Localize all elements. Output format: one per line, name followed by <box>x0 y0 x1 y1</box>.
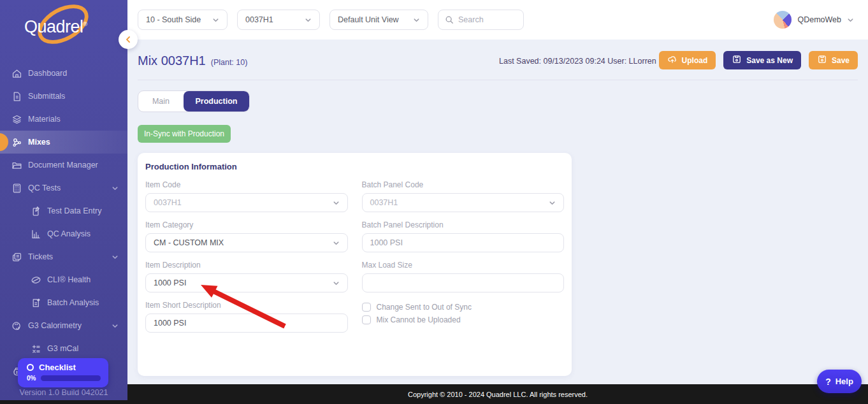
sidebar-collapse-button[interactable] <box>119 30 138 49</box>
checklist-circle-icon <box>27 364 34 371</box>
field-item-code: Item Code0037H1 <box>145 180 348 220</box>
upload-button[interactable]: Upload <box>659 51 716 69</box>
last-saved-text: Last Saved: 09/13/2023 09:24 User: LLorr… <box>499 57 656 66</box>
item-description-select[interactable]: 1000 PSI <box>145 273 348 292</box>
card-title: Production Information <box>138 153 572 171</box>
sidebar-item-dashboard[interactable]: Dashboard <box>0 62 127 85</box>
checklist-widget[interactable]: Checklist 0% <box>18 358 108 387</box>
button-label: Upload <box>682 56 708 65</box>
field-label: Item Category <box>145 220 348 229</box>
search-icon <box>445 15 454 24</box>
sidebar-item-g3-mcal[interactable]: G3 mCal <box>0 337 127 360</box>
help-label: Help <box>835 377 853 386</box>
form-grid: Item Code0037H1Batch Panel Code0037H1Ite… <box>138 180 572 341</box>
folder-icon <box>11 160 22 171</box>
chevron-left-icon <box>124 36 132 43</box>
main-content: Mix 0037H1 (Plant: 10) Last Saved: 09/13… <box>127 40 868 384</box>
page-title: Mix 0037H1 <box>138 54 206 68</box>
question-mark-icon: ? <box>825 377 831 387</box>
field-label: Batch Panel Description <box>362 220 565 229</box>
field-label: Item Short Description <box>145 301 348 310</box>
checkbox-label: Mix Cannot be Uploaded <box>377 315 461 324</box>
page-title-row: Mix 0037H1 (Plant: 10) <box>138 54 247 68</box>
user-menu[interactable]: QDemoWeb <box>774 11 854 29</box>
checkbox-row: Mix Cannot be Uploaded <box>362 314 565 326</box>
tab-production[interactable]: Production <box>184 91 249 112</box>
sidebar-item-tickets[interactable]: Tickets <box>0 245 127 268</box>
cloud-upload-icon <box>667 54 677 66</box>
user-name: QDemoWeb <box>797 15 841 24</box>
chevron-down-icon <box>112 254 119 261</box>
sidebar-item-test-data-entry[interactable]: Test Data Entry <box>0 199 127 222</box>
plant-select[interactable]: 10 - South Side <box>138 10 228 30</box>
sidebar-item-label: Document Manager <box>28 161 98 170</box>
chevron-down-icon <box>212 17 219 24</box>
chevron-down-icon <box>413 17 420 24</box>
sidebar-item-label: Mixes <box>28 138 50 147</box>
checkbox-mix-cannot-be-uploaded[interactable] <box>362 315 371 324</box>
save-button[interactable]: Save <box>809 51 858 69</box>
save-as-new-button[interactable]: Save as New <box>723 51 801 69</box>
logo-text: Quadrel® <box>24 17 87 37</box>
tab-main[interactable]: Main <box>138 91 184 112</box>
tab-group: MainProduction <box>138 90 250 112</box>
field-batch-panel-code: Batch Panel Code0037H1 <box>362 180 565 220</box>
select-value: 0037H1 <box>245 15 273 24</box>
sidebar-item-label: G3 Calorimetry <box>28 321 82 330</box>
chevron-down-icon <box>847 17 854 24</box>
header-buttons: UploadSave as NewSave <box>659 51 858 69</box>
field-batch-panel-description: Batch Panel Description <box>362 220 565 261</box>
search-input[interactable] <box>458 15 517 24</box>
sidebar-item-label: Test Data Entry <box>47 206 101 215</box>
sidebar-item-batch-analysis[interactable]: Batch Analysis <box>0 291 127 314</box>
batch-panel-description-input[interactable] <box>362 233 565 252</box>
topbar: 10 - South Side0037H1Default Unit View Q… <box>127 0 868 40</box>
sidebar-item-label: G3 mCal <box>47 344 78 353</box>
field-value: CM - CUSTOM MIX <box>154 238 224 247</box>
copyright-text: Copyright © 2010 - 2024 Quadrel LLC. All… <box>408 391 588 398</box>
math-icon <box>31 343 41 354</box>
sidebar-item-mixes[interactable]: Mixes <box>0 131 127 154</box>
tickets-icon <box>11 252 22 263</box>
sidebar-item-qc-tests[interactable]: QC Tests <box>0 177 127 199</box>
avatar <box>774 11 792 29</box>
button-label: Save as New <box>746 56 793 65</box>
checklist-progress-bar <box>41 375 101 381</box>
sidebar-item-label: Materials <box>28 115 61 124</box>
checkbox-row: Change Sent to Out of Sync <box>362 301 565 313</box>
help-button[interactable]: ? Help <box>817 370 862 393</box>
sidebar-item-document-manager[interactable]: Document Manager <box>0 154 127 177</box>
topbar-selects: 10 - South Side0037H1Default Unit View <box>138 10 428 30</box>
checkbox-label: Change Sent to Out of Sync <box>377 303 472 312</box>
save-icon <box>732 54 742 66</box>
brand-logo: Quadrel® <box>0 0 127 62</box>
field-max-load-size: Max Load Size <box>362 261 565 301</box>
sidebar-item-materials[interactable]: Materials <box>0 108 127 131</box>
item-category-select[interactable]: CM - CUSTOM MIX <box>145 233 348 252</box>
sidebar-item-g3-calorimetry[interactable]: G3 Calorimetry <box>0 314 127 337</box>
field-item-description: Item Description1000 PSI <box>145 261 348 301</box>
checklist-label: Checklist <box>39 363 76 372</box>
sidebar-item-submittals[interactable]: Submittals <box>0 85 127 108</box>
field-label: Item Description <box>145 261 348 270</box>
chevron-down-icon <box>112 322 119 329</box>
button-label: Save <box>832 56 850 65</box>
unit-view-select[interactable]: Default Unit View <box>329 10 428 30</box>
select-value: 10 - South Side <box>146 15 201 24</box>
checkbox-change-sent-to-out-of-sync[interactable] <box>362 303 371 312</box>
production-information-card: Production Information Item Code0037H1Ba… <box>138 153 572 376</box>
sidebar-item-label: Tickets <box>28 252 53 261</box>
active-indicator <box>0 133 8 151</box>
field-item-short-description: Item Short Description <box>145 301 348 341</box>
calculator-icon <box>11 183 22 194</box>
item-short-description-input[interactable] <box>145 314 348 333</box>
item-code-select[interactable]: 0037H1 <box>145 193 348 212</box>
sidebar-item-qc-analysis[interactable]: QC Analysis <box>0 222 127 245</box>
mix-select[interactable]: 0037H1 <box>237 10 320 30</box>
batch-panel-code-select[interactable]: 0037H1 <box>362 193 565 212</box>
max-load-size-input[interactable] <box>362 273 565 292</box>
field-value: 0037H1 <box>154 198 182 207</box>
checkbox-group: Change Sent to Out of SyncMix Cannot be … <box>362 301 565 341</box>
sidebar-item-cli-health[interactable]: CLI® Health <box>0 268 127 291</box>
sidebar-item-label: CLI® Health <box>47 275 90 284</box>
